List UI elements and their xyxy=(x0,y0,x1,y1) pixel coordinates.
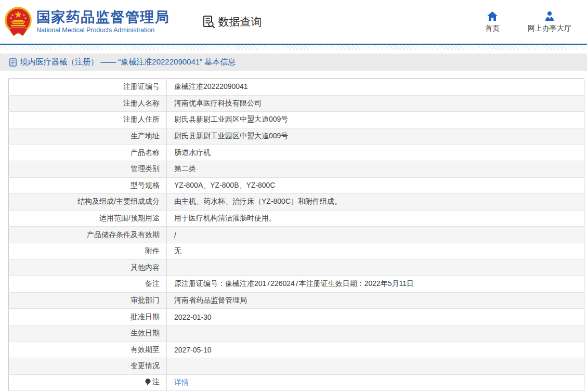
table-row: 批准日期 2022-01-30 xyxy=(9,309,584,325)
row-label: 生产地址 xyxy=(9,128,167,145)
row-value: 河南省药品监督管理局 xyxy=(167,292,584,309)
row-label: 注 xyxy=(9,374,167,391)
row-label: 管理类别 xyxy=(9,161,167,177)
table-row: 生产地址 尉氏县新尉工业园区中盟大道009号 xyxy=(9,128,584,145)
document-icon xyxy=(9,58,17,67)
document-search-icon xyxy=(202,15,216,29)
org-name-en: National Medical Products Administration xyxy=(36,27,170,34)
org-name-block: 国家药品监督管理局 National Medical Products Admi… xyxy=(36,10,170,34)
row-label: 注册人名称 xyxy=(9,95,167,112)
nav-home-label: 首页 xyxy=(485,24,500,33)
row-value: 由主机、药水杯、治疗床（YZ-800C）和附件组成。 xyxy=(167,194,584,211)
row-label: 变更情况 xyxy=(9,358,167,375)
row-label: 审批部门 xyxy=(9,292,167,309)
row-label: 其他内容 xyxy=(9,259,167,276)
table-row: 有效期至 2027-05-10 xyxy=(9,342,584,358)
row-label: 备注 xyxy=(9,276,167,293)
table-row: 注册证编号 豫械注准20222090041 xyxy=(9,79,584,96)
row-value: 尉氏县新尉工业园区中盟大道009号 xyxy=(167,112,584,128)
row-value: YZ-800A、YZ-800B、YZ-800C xyxy=(167,177,584,194)
row-label: 注册证编号 xyxy=(9,79,167,96)
header-nav: 首页 网上办事大厅 xyxy=(481,11,571,33)
page-title: 境内医疗器械（注册） —— “豫械注准20222090041” 基本信息 xyxy=(20,57,236,67)
row-value: 2022-01-30 xyxy=(167,309,584,325)
data-query-nav[interactable]: 数据查询 xyxy=(202,15,262,29)
page-header: 国家药品监督管理局 National Medical Products Admi… xyxy=(0,0,587,44)
row-label: 产品储存条件及有效期 xyxy=(9,227,167,243)
row-label: 附件 xyxy=(9,243,167,259)
hatch-divider xyxy=(0,45,587,50)
table-row: 注 详情 xyxy=(9,374,584,391)
detail-link[interactable]: 详情 xyxy=(174,378,189,386)
row-label: 有效期至 xyxy=(9,342,167,358)
row-label: 批准日期 xyxy=(9,309,167,325)
note-label: 注 xyxy=(152,377,160,387)
national-emblem-icon xyxy=(4,7,32,37)
breadcrumb-bar: 境内医疗器械（注册） —— “豫械注准20222090041” 基本信息 xyxy=(0,54,587,71)
org-name-cn: 国家药品监督管理局 xyxy=(36,10,170,25)
row-value: 详情 xyxy=(167,374,584,391)
row-value: 河南优卓医疗科技有限公司 xyxy=(167,95,584,112)
row-value: 第二类 xyxy=(167,161,584,177)
row-value: 尉氏县新尉工业园区中盟大道009号 xyxy=(167,128,584,145)
table-row: 管理类别 第二类 xyxy=(9,161,584,177)
nav-item-home[interactable]: 首页 xyxy=(481,11,504,33)
table-row: 其他内容 xyxy=(9,259,584,276)
row-label: 适用范围/预期用途 xyxy=(9,210,167,227)
registration-info-table-wrap: 注册证编号 豫械注准20222090041 注册人名称 河南优卓医疗科技有限公司… xyxy=(8,79,584,391)
note-balloon-icon xyxy=(145,378,151,386)
row-value: 肠道水疗机 xyxy=(167,145,584,161)
row-label: 型号规格 xyxy=(9,177,167,194)
table-row: 适用范围/预期用途 用于医疗机构清洁灌肠时使用。 xyxy=(9,210,584,227)
person-icon xyxy=(544,11,555,21)
data-query-label: 数据查询 xyxy=(218,15,262,29)
registration-info-table: 注册证编号 豫械注准20222090041 注册人名称 河南优卓医疗科技有限公司… xyxy=(8,79,584,391)
row-label: 注册人住所 xyxy=(9,112,167,128)
table-row: 注册人住所 尉氏县新尉工业园区中盟大道009号 xyxy=(9,112,584,128)
row-value xyxy=(167,259,584,276)
row-label: 生效日期 xyxy=(9,325,167,342)
row-value: 豫械注准20222090041 xyxy=(167,79,584,96)
row-value: / xyxy=(167,227,584,243)
table-row: 型号规格 YZ-800A、YZ-800B、YZ-800C xyxy=(9,177,584,194)
row-value xyxy=(167,358,584,375)
row-value xyxy=(167,325,584,342)
row-value: 2027-05-10 xyxy=(167,342,584,358)
table-row: 生效日期 xyxy=(9,325,584,342)
table-row: 变更情况 xyxy=(9,358,584,375)
table-row: 注册人名称 河南优卓医疗科技有限公司 xyxy=(9,95,584,112)
table-row: 结构及组成/主要组成成分 由主机、药水杯、治疗床（YZ-800C）和附件组成。 xyxy=(9,194,584,211)
nav-item-online-hall[interactable]: 网上办事大厅 xyxy=(528,11,571,33)
table-row: 备注 原注册证编号：豫械注准20172260247本注册证生效日期：2022年5… xyxy=(9,276,584,293)
row-label: 产品名称 xyxy=(9,145,167,161)
table-row: 产品名称 肠道水疗机 xyxy=(9,145,584,161)
row-value: 用于医疗机构清洁灌肠时使用。 xyxy=(167,210,584,227)
row-value: 无 xyxy=(167,243,584,259)
table-row: 审批部门 河南省药品监督管理局 xyxy=(9,292,584,309)
row-label: 结构及组成/主要组成成分 xyxy=(9,194,167,211)
table-row: 产品储存条件及有效期 / xyxy=(9,227,584,243)
home-icon xyxy=(487,11,498,21)
row-value: 原注册证编号：豫械注准20172260247本注册证生效日期：2022年5月11… xyxy=(167,276,584,293)
nav-online-hall-label: 网上办事大厅 xyxy=(528,24,571,33)
site-logo[interactable]: 国家药品监督管理局 National Medical Products Admi… xyxy=(4,7,170,37)
table-row: 附件 无 xyxy=(9,243,584,259)
